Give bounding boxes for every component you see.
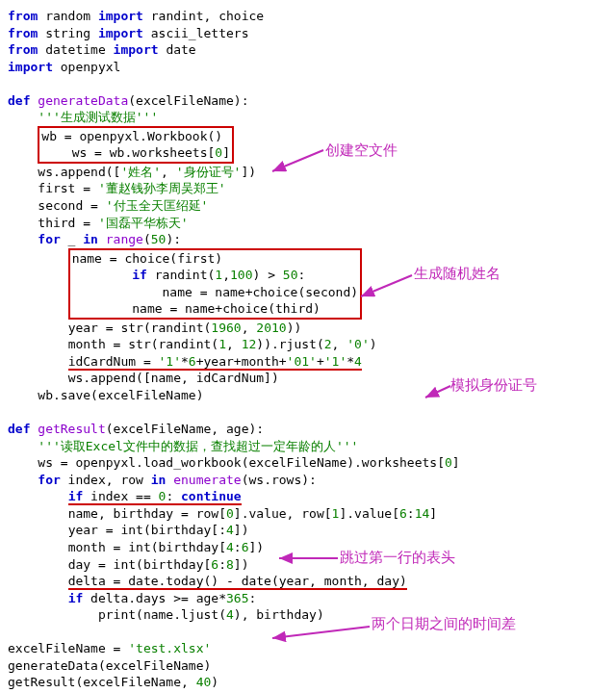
docstring: '''生成测试数据''' <box>38 110 158 124</box>
annotation-skip-header: 跳过第一行的表头 <box>340 548 455 567</box>
underline-skip-header: if index == 0: continue <box>68 489 242 505</box>
underline-idcard: idCardNum = '1'*6+year+month+'01'+'1'*4 <box>68 354 362 371</box>
annotation-random-name: 生成随机姓名 <box>414 264 500 283</box>
def-getResult: getResult <box>38 422 105 436</box>
box-create-workbook: wb = openpyxl.Workbook() ws = wb.workshe… <box>38 126 234 164</box>
docstring: '''读取Excel文件中的数据，查找超过一定年龄的人''' <box>38 439 358 453</box>
underline-date-delta: delta = date.today() - date(year, month,… <box>68 574 407 590</box>
def-generateData: generateData <box>38 93 128 108</box>
code-block: from random import randint, choice from … <box>8 8 608 691</box>
annotation-date-diff: 两个日期之间的时间差 <box>372 614 516 633</box>
code-screenshot: 创建空文件 生成随机姓名 模拟身份证号 跳过第一行的表头 两个日期之间的时间差 … <box>8 8 608 691</box>
annotation-create-empty-file: 创建空文件 <box>325 141 398 160</box>
annotation-mock-id: 模拟身份证号 <box>450 375 537 395</box>
kw-from: from <box>8 9 38 23</box>
box-random-name: name = choice(first) if randint(1,100) >… <box>68 248 362 320</box>
